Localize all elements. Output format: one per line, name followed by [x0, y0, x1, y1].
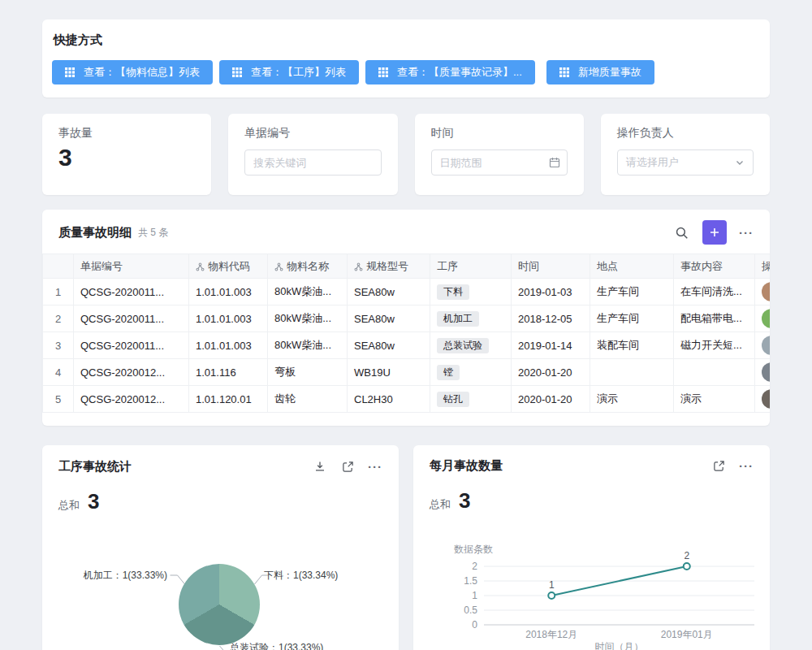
- avatar: [762, 336, 770, 355]
- col-material-name: 物料名称: [268, 254, 348, 279]
- col-material-code: 物料代码: [189, 254, 268, 279]
- pie-label-machining: 机加工：1(33.33%): [84, 570, 167, 581]
- table-header-row: 单据编号 物料代码 物料名称 规格型号 工序 时间 地点 事故内容 操: [43, 254, 771, 279]
- more-icon[interactable]: ···: [368, 461, 382, 473]
- col-place: 地点: [590, 254, 674, 279]
- avatar: [762, 362, 770, 382]
- table-clip: 单据编号 物料代码 物料名称 规格型号 工序 时间 地点 事故内容 操 1 QC: [42, 254, 770, 413]
- accident-table: 单据编号 物料代码 物料名称 规格型号 工序 时间 地点 事故内容 操 1 QC: [42, 254, 770, 413]
- col-spec: 规格型号: [348, 254, 430, 279]
- svg-text:1: 1: [472, 590, 477, 601]
- svg-text:0: 0: [472, 619, 477, 630]
- line-chart: 数据条数00.511.52122018年12月2019年01月时间（月）: [430, 514, 770, 650]
- view-material-list-button[interactable]: 查看：【物料信息】列表: [52, 60, 213, 84]
- calendar-icon[interactable]: [549, 157, 560, 168]
- table-row[interactable]: 2 QCSG-2020011... 1.01.01.003 80kW柴油... …: [43, 306, 771, 332]
- svg-text:2: 2: [472, 561, 477, 572]
- svg-text:2019年01月: 2019年01月: [661, 629, 713, 640]
- filter-label: 单据编号: [244, 126, 381, 141]
- doc-number-search-input[interactable]: [244, 150, 381, 176]
- process-tag: 镗: [437, 365, 460, 380]
- svg-text:2: 2: [684, 550, 689, 561]
- table-row-count: 共 5 条: [138, 226, 168, 240]
- col-time: 时间: [512, 254, 590, 279]
- chevron-down-icon: [735, 158, 745, 167]
- table-row[interactable]: 4 QCSG-2020012... 1.01.116 弯板 WB19U 镗 20…: [43, 359, 771, 386]
- col-content: 事故内容: [674, 254, 755, 279]
- avatar: [762, 389, 770, 409]
- svg-text:1: 1: [549, 579, 555, 591]
- stat-label: 事故量: [58, 126, 195, 141]
- filter-label: 时间: [431, 126, 568, 141]
- add-quality-accident-button[interactable]: 新增质量事故: [546, 60, 654, 84]
- svg-text:0.5: 0.5: [464, 604, 477, 616]
- svg-text:2018年12月: 2018年12月: [525, 629, 577, 640]
- accident-count-value: 3: [58, 144, 195, 171]
- lookup-icon: [274, 262, 283, 271]
- accident-detail-table-card: 质量事故明细 共 5 条 ··· 单据编号 物料代码 物料名称 规格型号 工序: [42, 210, 770, 426]
- doc-number-filter-card: 单据编号: [228, 114, 397, 195]
- operator-select[interactable]: 请选择用户: [617, 150, 754, 176]
- grid-icon: [559, 67, 569, 77]
- button-label: 查看：【工序】列表: [251, 65, 346, 80]
- lookup-icon: [354, 262, 363, 271]
- total-label: 总和: [430, 497, 451, 512]
- process-tag: 钻孔: [437, 392, 469, 407]
- col-operator: 操: [755, 254, 771, 279]
- grid-icon: [232, 67, 242, 77]
- avatar: [762, 282, 770, 301]
- svg-text:时间（月）: 时间（月）: [595, 641, 644, 650]
- grid-icon: [65, 67, 75, 77]
- col-doc-no: 单据编号: [74, 254, 189, 279]
- view-quality-records-button[interactable]: 查看：【质量事故记录】...: [365, 60, 535, 84]
- filters-row: 事故量 3 单据编号 时间 操作负责人 请选择用户: [42, 114, 770, 195]
- filter-label: 操作负责人: [617, 126, 754, 141]
- table-row[interactable]: 1 QCSG-2020011... 1.01.01.003 80kW柴油... …: [43, 279, 771, 306]
- dashboard-page: 快捷方式 查看：【物料信息】列表 查看：【工序】列表 查看：【质量事故记录】..…: [0, 0, 812, 650]
- total-value: 3: [459, 488, 470, 514]
- button-label: 新增质量事故: [578, 65, 641, 80]
- plus-icon: [709, 227, 720, 238]
- pie-card-title: 工序事故统计: [58, 459, 132, 474]
- date-range-input[interactable]: [431, 150, 568, 176]
- shortcuts-button-row: 查看：【物料信息】列表 查看：【工序】列表 查看：【质量事故记录】... 新增质…: [52, 60, 760, 84]
- charts-row: 工序事故统计 ··· 总和 3 机加工：1(33.33%): [42, 445, 770, 650]
- operator-select-placeholder: 请选择用户: [626, 155, 679, 170]
- shortcuts-title: 快捷方式: [52, 32, 760, 48]
- add-record-button[interactable]: [702, 220, 727, 245]
- col-row-number: [43, 254, 74, 279]
- avatar: [762, 309, 770, 328]
- button-label: 查看：【物料信息】列表: [84, 65, 200, 80]
- table-row[interactable]: 5 QCSG-2020012... 1.01.120.01 齿轮 CL2H30 …: [43, 386, 771, 413]
- view-process-list-button[interactable]: 查看：【工序】列表: [219, 60, 359, 84]
- grid-icon: [378, 67, 388, 77]
- search-icon[interactable]: [673, 224, 690, 241]
- pie-chart-area: 机加工：1(33.33%) 下料：1(33.34%) 总装试验：1(33.33%…: [58, 516, 382, 650]
- process-tag: 下料: [437, 284, 469, 300]
- time-filter-card: 时间: [415, 114, 584, 195]
- table-row[interactable]: 3 QCSG-2020011... 1.01.01.003 80kW柴油... …: [43, 332, 771, 359]
- process-tag: 总装试验: [437, 338, 489, 353]
- process-accident-pie-card: 工序事故统计 ··· 总和 3 机加工：1(33.33%): [42, 445, 399, 650]
- col-process: 工序: [430, 254, 512, 279]
- pie-chart: [179, 564, 260, 645]
- lookup-icon: [196, 262, 205, 271]
- line-chart-area: 数据条数00.511.52122018年12月2019年01月时间（月）: [430, 514, 754, 650]
- pie-label-assembly-test: 总装试验：1(33.33%): [230, 642, 323, 650]
- table-title: 质量事故明细: [58, 225, 132, 240]
- operator-filter-card: 操作负责人 请选择用户: [601, 114, 770, 195]
- more-icon[interactable]: ···: [739, 227, 754, 239]
- line-card-title: 每月事故数量: [430, 458, 503, 474]
- accident-count-card: 事故量 3: [42, 114, 211, 195]
- svg-text:数据条数: 数据条数: [454, 544, 493, 555]
- total-value: 3: [88, 489, 99, 514]
- svg-text:1.5: 1.5: [464, 575, 477, 587]
- more-icon[interactable]: ···: [739, 460, 754, 472]
- monthly-accident-line-card: 每月事故数量 ··· 总和 3 数据条数00.511.52122018年12月2…: [413, 445, 770, 650]
- download-icon[interactable]: [312, 458, 328, 474]
- open-in-new-icon[interactable]: [340, 459, 356, 474]
- shortcuts-card: 快捷方式 查看：【物料信息】列表 查看：【工序】列表 查看：【质量事故记录】..…: [42, 20, 770, 98]
- button-label: 查看：【质量事故记录】...: [397, 65, 522, 80]
- open-in-new-icon[interactable]: [711, 458, 727, 474]
- process-tag: 机加工: [437, 311, 479, 327]
